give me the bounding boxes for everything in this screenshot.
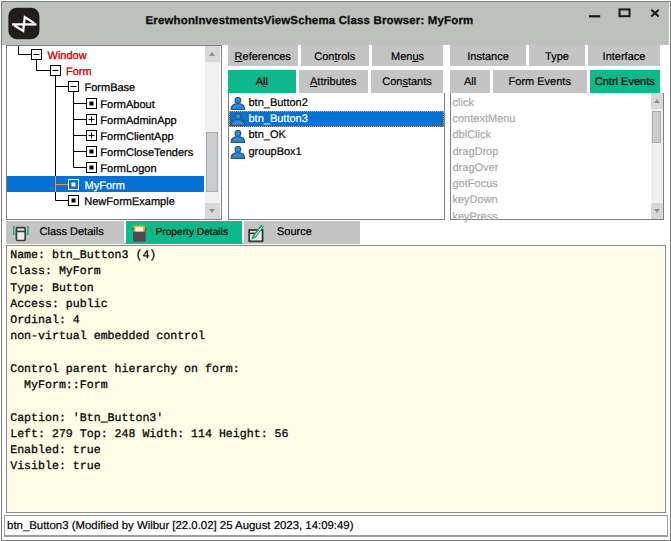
svg-text:FormAdminApp: FormAdminApp: [100, 114, 176, 126]
svg-text:Form: Form: [66, 65, 92, 77]
svg-text:Window: Window: [48, 49, 87, 61]
svg-text:FormLogon: FormLogon: [100, 162, 156, 174]
svg-text:FormCloseTenders: FormCloseTenders: [100, 146, 193, 158]
svg-text:FormAbout: FormAbout: [100, 98, 154, 110]
svg-text:MyForm: MyForm: [85, 179, 125, 191]
svg-text:FormBase: FormBase: [85, 81, 136, 93]
svg-text:NewFormExample: NewFormExample: [84, 195, 174, 207]
svg-text:FormClientApp: FormClientApp: [100, 130, 173, 142]
